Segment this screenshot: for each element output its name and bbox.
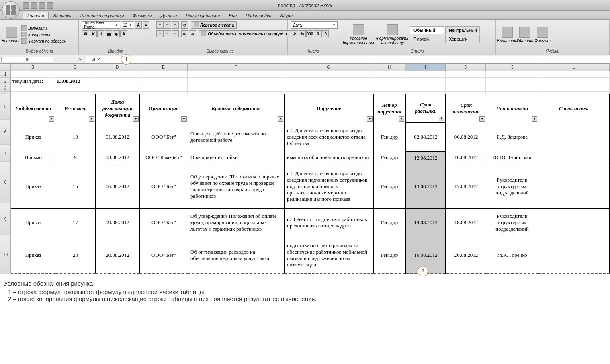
grow-font-button[interactable]: A (135, 21, 142, 29)
delete-cells-button[interactable]: Удалить (517, 27, 533, 43)
redo-icon[interactable] (39, 2, 45, 9)
th-org[interactable]: Организация▼ (140, 94, 188, 123)
cell-avt[interactable]: Ген.дир (374, 123, 406, 151)
qat-dropdown-icon[interactable] (47, 2, 53, 9)
font-size-select[interactable]: 12▼ (121, 21, 134, 29)
th-isp[interactable]: Исполнители▼ (486, 94, 538, 123)
col-header-f[interactable]: F (188, 64, 284, 71)
paste-button[interactable]: Вставить (4, 27, 20, 43)
insert-cells-button[interactable]: Вставить (499, 27, 515, 43)
row-header-7[interactable]: 7 (0, 145, 11, 162)
conditional-formatting-button[interactable]: Условное форматирование (342, 24, 375, 45)
cell-dreg[interactable]: 01.08.2012 (96, 123, 140, 151)
cell-style-bad[interactable]: Плохой (410, 35, 444, 43)
current-date-label[interactable]: текущая дата: (11, 78, 55, 85)
orientation-button[interactable]: ⟳ (181, 21, 188, 29)
format-cells-button[interactable]: Формат (534, 27, 551, 43)
th-por[interactable]: Поручение▼ (285, 94, 374, 123)
formula-input[interactable]: =J6-4 (86, 56, 610, 63)
row-header-8[interactable]: 8 (0, 162, 11, 203)
th-sr[interactable]: Срок рассылки▼ (406, 94, 446, 123)
decrease-indent-button[interactable]: ⇤ (181, 30, 188, 37)
name-box[interactable]: I6 (1, 57, 53, 62)
underline-button[interactable]: Ч (97, 30, 104, 37)
decrease-decimal-button[interactable]: .0 (321, 30, 329, 37)
th-status[interactable]: Сост. испол. (538, 94, 610, 123)
col-header-b[interactable]: B (11, 64, 55, 71)
filter-button[interactable]: ▼ (278, 116, 283, 122)
tab-formulas[interactable]: Формулы (129, 12, 156, 19)
save-icon[interactable] (23, 2, 29, 9)
th-kr[interactable]: Краткое содержание▼ (188, 94, 285, 123)
col-header-g[interactable]: G (284, 64, 373, 71)
filter-button[interactable]: ▼ (367, 116, 373, 122)
comma-button[interactable]: 000 (306, 30, 313, 37)
cell-isp[interactable]: Е.Д. Закирова (486, 123, 538, 151)
th-vid[interactable]: Вид документа▼ (11, 94, 55, 123)
font-name-select[interactable]: Times New Roma▼ (82, 21, 120, 29)
filter-button[interactable]: ▼ (49, 116, 54, 122)
cut-button[interactable]: Вырезать (21, 25, 66, 31)
col-header-k[interactable]: K (486, 64, 538, 71)
shrink-font-button[interactable]: A (143, 21, 149, 29)
th-si[interactable]: Срок исполнения▼ (446, 94, 486, 123)
tab-review[interactable]: Рецензирование (182, 12, 224, 19)
tab-view[interactable]: Вид (225, 12, 241, 19)
cell-por[interactable]: п 2 Довести настоящий приказ до сведения… (285, 123, 374, 151)
select-all-corner[interactable] (0, 64, 11, 71)
font-color-button[interactable]: А (120, 30, 127, 37)
format-painter-button[interactable]: Формат по образцу (21, 38, 66, 44)
col-header-c[interactable]: C (55, 64, 95, 71)
row-header-5[interactable]: 5 (0, 94, 11, 120)
currency-button[interactable]: ₽ (291, 30, 298, 37)
row-header-10[interactable]: 10 (0, 235, 11, 274)
tab-page-layout[interactable]: Разметка страницы (76, 12, 128, 19)
tab-addins[interactable]: Надстройки (242, 12, 275, 19)
col-header-j[interactable]: J (446, 64, 486, 71)
row-header-9[interactable]: 9 (0, 203, 11, 235)
cell-style-good[interactable]: Хороший (445, 35, 480, 43)
align-bottom-button[interactable]: ≡ (172, 21, 179, 29)
col-header-h[interactable]: H (373, 64, 405, 71)
cell-sr-selected[interactable]: 02.08.2012 (406, 123, 446, 151)
th-avt[interactable]: Автор поручения▼ (374, 94, 406, 123)
percent-button[interactable]: % (299, 30, 306, 37)
format-as-table-button[interactable]: Форматировать как таблицу (376, 24, 408, 45)
wrap-text-button[interactable]: Перенос текста (191, 21, 237, 29)
filter-button[interactable]: ▼ (89, 116, 94, 122)
cell-org[interactable]: ООО "Бэт" (140, 123, 188, 151)
filter-button[interactable]: ▼ (133, 116, 139, 122)
fill-color-button[interactable]: ◆ (113, 30, 120, 37)
col-header-i[interactable]: I (405, 64, 446, 71)
tab-home[interactable]: Главная (23, 12, 49, 19)
cell-reg[interactable]: 10 (55, 123, 96, 151)
cell-vid[interactable]: Приказ (11, 123, 55, 151)
th-dreg[interactable]: Дата регистрации документа▼ (96, 94, 140, 123)
office-button[interactable] (2, 1, 20, 19)
undo-icon[interactable] (31, 2, 37, 9)
row-header-1[interactable]: 1 (0, 71, 11, 78)
current-date-value[interactable]: 13.08.2012 (55, 78, 95, 85)
cell-kr[interactable]: О вводе в действие регламента по договор… (188, 123, 285, 151)
filter-button[interactable]: ▼ (479, 116, 485, 122)
copy-button[interactable]: Копировать (21, 32, 66, 37)
tab-insert[interactable]: Вставка (49, 12, 76, 19)
increase-indent-button[interactable]: ⇥ (189, 30, 196, 37)
cell-style-neutral[interactable]: Нейтральный (445, 26, 480, 34)
merge-center-button[interactable]: Объединить и поместить в центре▼ (199, 30, 291, 37)
align-left-button[interactable]: ≡ (156, 30, 164, 37)
align-top-button[interactable]: ≡ (156, 21, 164, 29)
tab-skype[interactable]: Skype (276, 12, 297, 19)
align-center-button[interactable]: ≡ (164, 30, 171, 37)
cell-si[interactable]: 06.08.2012 (446, 123, 486, 151)
filter-button[interactable]: ▼ (439, 116, 444, 121)
increase-decimal-button[interactable]: .0 (314, 30, 321, 37)
cell-style-normal[interactable]: Обычный (410, 26, 444, 34)
number-format-select[interactable]: Дата▼ (291, 21, 338, 29)
col-header-e[interactable]: E (139, 64, 188, 71)
th-reg[interactable]: Рег.номер▼ (55, 94, 96, 123)
row-header-6[interactable]: 6 (0, 120, 11, 145)
col-header-d[interactable]: D (95, 64, 139, 71)
row-header-2[interactable]: 2 (0, 78, 11, 85)
italic-button[interactable]: К (90, 30, 97, 37)
